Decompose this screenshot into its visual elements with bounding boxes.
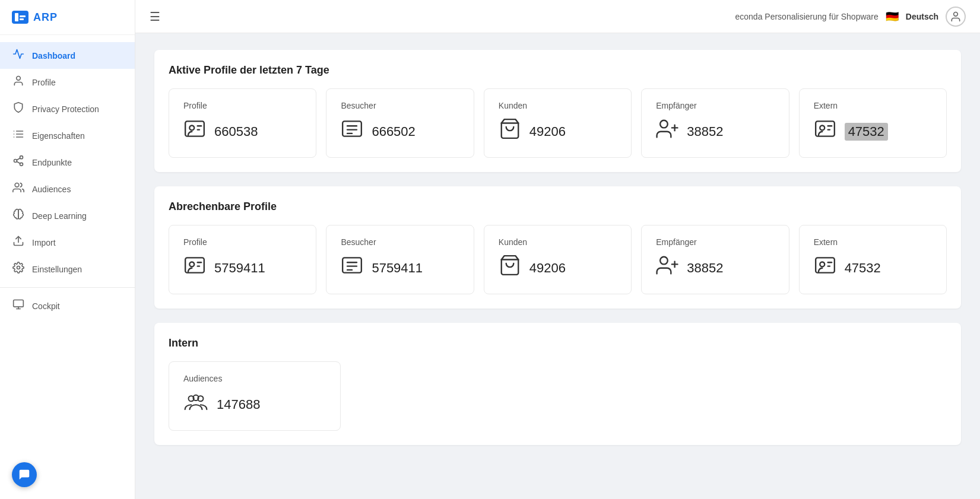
chat-button[interactable] xyxy=(12,462,37,487)
abr-kunden-value: 49206 xyxy=(529,260,566,276)
sidebar-item-dashboard[interactable]: Dashboard xyxy=(0,42,135,69)
svg-point-17 xyxy=(17,266,20,269)
svg-rect-18 xyxy=(14,300,24,307)
aktive-card-empfanger: Empfänger 38852 xyxy=(641,88,789,158)
chart-line-icon xyxy=(12,48,25,63)
aktive-card-besucher: Besucher 666502 xyxy=(326,88,474,158)
sidebar-item-privacy[interactable]: Privacy Protection xyxy=(0,96,135,122)
aktive-extern-label: Extern xyxy=(814,101,932,110)
person-add-icon-2 xyxy=(656,254,678,282)
svg-point-47 xyxy=(660,257,668,265)
section-abrechenbare-profile: Abrechenbare Profile Profile xyxy=(154,186,961,309)
sidebar-label-cockpit: Cockpit xyxy=(32,301,60,311)
person-card-icon-extern-1 xyxy=(814,117,836,145)
logo-text: ARP xyxy=(33,11,58,24)
intern-audiences-label: Audiences xyxy=(183,374,326,383)
svg-line-14 xyxy=(17,158,20,160)
aktive-empfanger-value-row: 38852 xyxy=(656,117,774,145)
page-content: Aktive Profile der letzten 7 Tage Profil… xyxy=(135,33,980,499)
abr-empfanger-label: Empfänger xyxy=(656,237,774,247)
abr-card-extern: Extern 47532 xyxy=(799,225,947,294)
svg-rect-0 xyxy=(15,13,18,21)
abr-extern-value-row: 47532 xyxy=(814,254,932,282)
sidebar-label-einstellungen: Einstellungen xyxy=(32,265,82,274)
svg-point-39 xyxy=(189,262,194,266)
sidebar-label-profile: Profile xyxy=(32,78,56,87)
svg-point-51 xyxy=(820,262,824,266)
svg-point-31 xyxy=(660,120,668,128)
sidebar-item-einstellungen[interactable]: Einstellungen xyxy=(0,256,135,282)
abr-besucher-value: 5759411 xyxy=(372,260,423,276)
abr-kunden-label: Kunden xyxy=(499,237,617,247)
svg-rect-1 xyxy=(20,15,26,17)
aktive-kunden-label: Kunden xyxy=(499,101,617,110)
svg-point-15 xyxy=(15,183,19,187)
topbar: ☰ econda Personalisierung für Shopware 🇩… xyxy=(135,0,980,33)
section-aktive-title: Aktive Profile der letzten 7 Tage xyxy=(169,64,947,77)
sidebar-label-privacy: Privacy Protection xyxy=(32,104,99,114)
svg-point-23 xyxy=(189,125,194,130)
abr-extern-label: Extern xyxy=(814,237,932,247)
flag-icon: 🇩🇪 xyxy=(886,10,899,23)
abr-card-kunden: Kunden 49206 xyxy=(484,225,632,294)
svg-rect-2 xyxy=(20,18,24,20)
sidebar-nav: Dashboard Profile Privacy Protection xyxy=(0,35,135,499)
sidebar-item-profile[interactable]: Profile xyxy=(0,69,135,96)
sidebar-label-endpunkte: Endpunkte xyxy=(32,158,72,167)
sidebar-label-deep-learning: Deep Learning xyxy=(32,211,87,221)
abr-empfanger-value: 38852 xyxy=(687,260,723,276)
aktive-besucher-label: Besucher xyxy=(341,101,459,110)
abr-extern-value: 47532 xyxy=(845,260,881,276)
sidebar-item-endpunkte[interactable]: Endpunkte xyxy=(0,149,135,176)
gear-icon xyxy=(12,262,25,276)
shield-icon xyxy=(12,101,25,116)
people-icon xyxy=(12,182,25,196)
aktive-extern-value: 47532 xyxy=(845,123,888,141)
sidebar-item-eigenschaften[interactable]: Eigenschaften xyxy=(0,122,135,149)
topbar-right: econda Personalisierung für Shopware 🇩🇪 … xyxy=(735,7,966,27)
sidebar-item-deep-learning[interactable]: Deep Learning xyxy=(0,202,135,229)
abr-besucher-label: Besucher xyxy=(341,237,459,247)
lang-label[interactable]: Deutsch xyxy=(906,12,938,21)
sidebar-item-cockpit[interactable]: Cockpit xyxy=(0,293,135,319)
section-intern: Intern Audiences xyxy=(154,323,961,445)
person-card-icon-2 xyxy=(183,254,206,282)
topbar-left: ☰ xyxy=(150,9,160,24)
section-aktive-profile: Aktive Profile der letzten 7 Tage Profil… xyxy=(154,50,961,172)
logo-icon xyxy=(12,11,28,24)
svg-line-13 xyxy=(17,161,20,163)
abr-card-profile: Profile 5759411 xyxy=(169,225,316,294)
sidebar-item-audiences[interactable]: Audiences xyxy=(0,176,135,202)
people-group-icon xyxy=(183,390,208,418)
aktive-besucher-value-row: 666502 xyxy=(341,117,459,145)
aktive-profile-value-row: 660538 xyxy=(183,117,302,145)
aktive-card-extern: Extern 47532 xyxy=(799,88,947,158)
person-add-icon-1 xyxy=(656,117,678,145)
nodes-icon xyxy=(12,155,25,170)
sidebar-label-eigenschaften: Eigenschaften xyxy=(32,131,85,141)
person-card-icon-extern-2 xyxy=(814,254,836,282)
topbar-title: econda Personalisierung für Shopware xyxy=(735,12,878,21)
import-icon xyxy=(12,235,25,250)
svg-point-35 xyxy=(820,125,824,130)
sidebar-label-import: Import xyxy=(32,238,56,247)
brain-icon xyxy=(12,208,25,223)
aktive-empfanger-label: Empfänger xyxy=(656,101,774,110)
aktive-card-kunden: Kunden 49206 xyxy=(484,88,632,158)
id-card-icon-2 xyxy=(341,254,363,282)
person-card-icon-1 xyxy=(183,117,206,145)
cockpit-icon xyxy=(12,298,25,313)
sidebar-item-import[interactable]: Import xyxy=(0,229,135,256)
section-intern-title: Intern xyxy=(169,337,947,349)
abr-profile-label: Profile xyxy=(183,237,302,247)
abr-profile-value: 5759411 xyxy=(214,260,265,276)
user-avatar[interactable] xyxy=(946,7,966,27)
abr-empfanger-value-row: 38852 xyxy=(656,254,774,282)
shopping-bag-icon-2 xyxy=(499,254,521,282)
aktive-kunden-value: 49206 xyxy=(529,124,566,139)
svg-point-3 xyxy=(17,77,21,81)
aktive-card-profile: Profile 660538 xyxy=(169,88,316,158)
svg-point-21 xyxy=(954,12,958,16)
hamburger-icon[interactable]: ☰ xyxy=(150,9,160,24)
person-icon xyxy=(12,75,25,90)
